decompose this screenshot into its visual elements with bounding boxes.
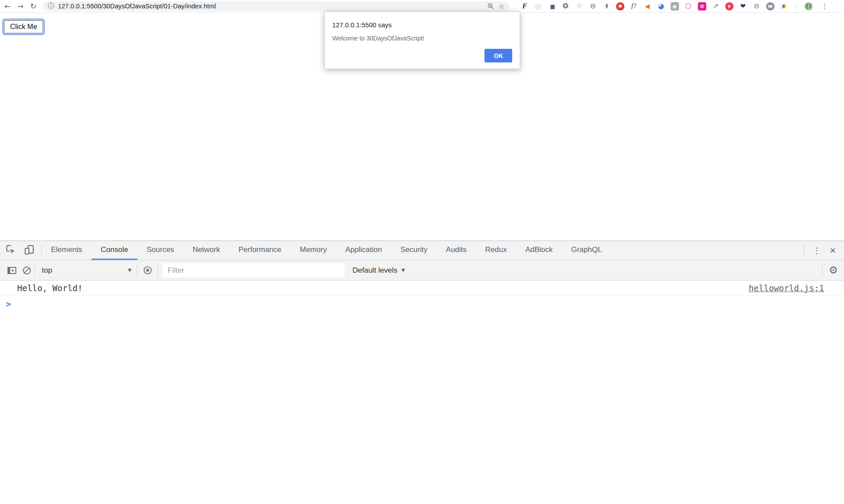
faded-atom-icon[interactable]: ❋ xyxy=(575,2,583,11)
tab-adblock[interactable]: AdBlock xyxy=(516,241,562,260)
stylized-f-icon[interactable]: F xyxy=(521,2,529,11)
json-braces-icon[interactable]: {} xyxy=(804,2,813,11)
extensions-bar: F ◎ ▮▮ ❂ ❋ ⊖ ✒ ✱ f? ◀ ◕ ◉ ⬡ ✿ ↗ ∨ ❤ ⊝ w xyxy=(521,2,788,11)
zoom-icon[interactable] xyxy=(487,3,494,10)
color-ring-icon[interactable] xyxy=(780,2,788,11)
url-text[interactable]: 127.0.0.1:5500/30DaysOfJavaScript/01-Day… xyxy=(58,3,216,10)
console-message-text: Hello, World! xyxy=(17,283,83,293)
tab-application[interactable]: Application xyxy=(336,241,391,260)
console-prompt-row[interactable]: > xyxy=(0,296,844,308)
devtools-close-icon[interactable]: ✕ xyxy=(829,247,836,255)
click-me-button[interactable]: Click Me xyxy=(4,20,43,33)
forward-button[interactable]: → xyxy=(17,3,23,10)
console-prompt-chevron: > xyxy=(6,299,11,308)
tabbar-right-divider xyxy=(804,245,804,256)
site-info-icon[interactable]: ⓘ xyxy=(48,2,54,10)
circle-dash-icon[interactable]: ⊝ xyxy=(752,2,761,11)
log-levels-selector[interactable]: Default levels ▼ xyxy=(352,266,405,275)
device-toolbar-icon[interactable] xyxy=(24,244,35,257)
tab-sources[interactable]: Sources xyxy=(137,241,183,260)
wave-circle-icon[interactable]: w xyxy=(766,2,774,11)
devtools-panel: Elements Console Sources Network Perform… xyxy=(0,241,844,504)
tab-redux[interactable]: Redux xyxy=(476,241,516,260)
console-output: Hello, World! helloworld.js:1 > xyxy=(0,281,844,504)
execution-context-label: top xyxy=(42,266,52,275)
tab-audits[interactable]: Audits xyxy=(437,241,476,260)
console-sidebar-toggle-icon[interactable] xyxy=(4,265,19,276)
tab-elements[interactable]: Elements xyxy=(42,241,92,260)
eyedropper-icon[interactable]: ✒ xyxy=(602,2,611,11)
stop-hand-icon[interactable]: ✱ xyxy=(616,2,624,11)
dialog-message: Welcome to 30DaysOfJavaScript! xyxy=(332,35,512,42)
pink-gear-icon[interactable]: ✿ xyxy=(698,2,706,11)
swirl-circle-icon[interactable]: ◕ xyxy=(657,2,665,11)
console-toolbar-divider-4 xyxy=(822,265,822,276)
bug-icon[interactable]: ❂ xyxy=(561,2,570,11)
console-toolbar-divider-3 xyxy=(158,265,158,276)
filter-input[interactable] xyxy=(162,263,345,278)
alert-dialog: 127.0.0.1:5500 says Welcome to 30DaysOfJ… xyxy=(324,11,520,69)
block-arrow-icon[interactable]: ↗ xyxy=(712,2,720,11)
toolbar-divider xyxy=(796,3,796,10)
context-dropdown-arrow-icon: ▼ xyxy=(128,267,132,273)
tab-security[interactable]: Security xyxy=(391,241,437,260)
heart-search-icon[interactable]: ❤ xyxy=(739,2,747,11)
console-message-row: Hello, World! helloworld.js:1 xyxy=(0,281,844,296)
tab-graphql[interactable]: GraphQL xyxy=(562,241,611,260)
browser-toolbar: ← → ↻ ⓘ 127.0.0.1:5500/30DaysOfJavaScrip… xyxy=(0,0,844,13)
tab-memory[interactable]: Memory xyxy=(290,241,336,260)
tab-network[interactable]: Network xyxy=(183,241,229,260)
devtools-tabbar: Elements Console Sources Network Perform… xyxy=(0,241,844,260)
console-source-link[interactable]: helloworld.js:1 xyxy=(749,283,824,293)
devtools-tabbar-icons xyxy=(0,241,41,260)
orbit-icon[interactable]: ◎ xyxy=(534,2,543,11)
pocket-icon[interactable]: ∨ xyxy=(725,2,734,11)
levels-dropdown-arrow-icon: ▼ xyxy=(401,267,405,273)
reload-button[interactable]: ↻ xyxy=(30,3,37,10)
dialog-ok-button[interactable]: OK xyxy=(484,49,512,62)
back-button[interactable]: ← xyxy=(4,3,11,10)
graphql-icon[interactable]: ⬡ xyxy=(684,2,693,11)
minus-circle-icon[interactable]: ⊖ xyxy=(589,2,597,11)
camera-icon[interactable]: ◉ xyxy=(671,2,679,11)
inspect-element-icon[interactable] xyxy=(5,244,17,257)
bookmark-star-icon[interactable]: ☆ xyxy=(498,2,504,11)
browser-menu-icon[interactable]: ⋮ xyxy=(821,2,828,11)
log-levels-label: Default levels xyxy=(352,266,397,275)
tabbar-right-controls: ⋮ ✕ xyxy=(804,241,844,260)
panel-bars-icon[interactable]: ▮▮ xyxy=(548,2,556,11)
devtools-menu-icon[interactable]: ⋮ xyxy=(813,247,821,255)
clear-console-icon[interactable] xyxy=(19,265,34,276)
tab-performance[interactable]: Performance xyxy=(229,241,290,260)
console-toolbar: top ▼ Default levels ▼ ⚙ xyxy=(0,260,844,281)
live-expression-eye-icon[interactable] xyxy=(137,265,158,275)
megaphone-icon[interactable]: ◀ xyxy=(643,2,652,11)
f-question-icon[interactable]: f? xyxy=(630,2,638,11)
console-settings-gear-icon[interactable]: ⚙ xyxy=(829,265,838,275)
address-bar[interactable]: ⓘ 127.0.0.1:5500/30DaysOfJavaScript/01-D… xyxy=(43,1,510,11)
dialog-title: 127.0.0.1:5500 says xyxy=(332,21,512,29)
tab-console[interactable]: Console xyxy=(92,241,137,260)
execution-context-selector[interactable]: top ▼ xyxy=(35,266,137,275)
